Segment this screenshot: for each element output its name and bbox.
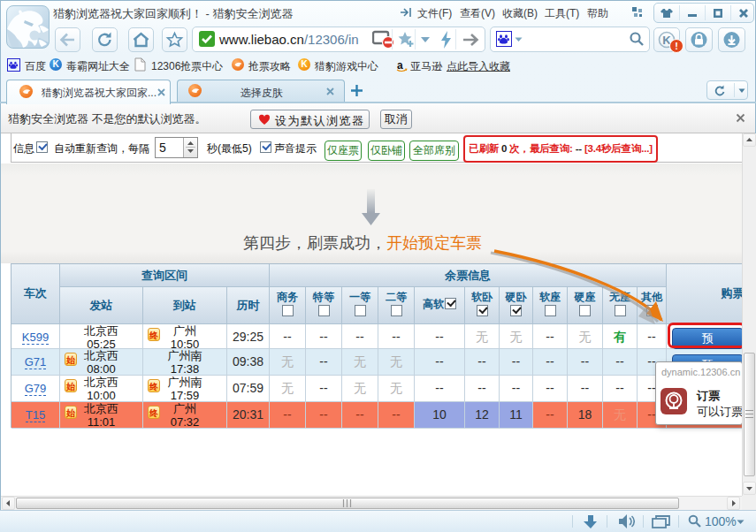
svg-text:a: a [397,59,403,72]
